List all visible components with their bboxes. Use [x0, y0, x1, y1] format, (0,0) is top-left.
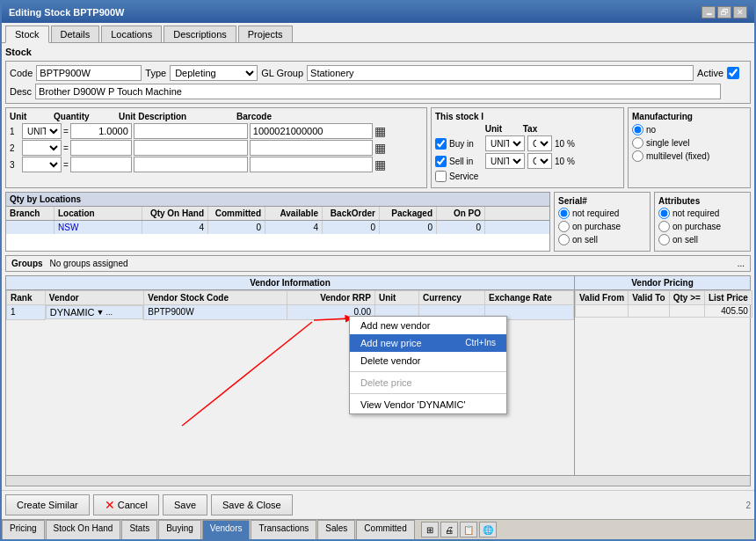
- tab-projects[interactable]: Projects: [238, 26, 293, 42]
- sell-in-checkbox[interactable]: [435, 156, 447, 167]
- context-add-vendor-label: Add new vendor: [360, 320, 431, 331]
- btab-pricing[interactable]: Pricing: [2, 520, 45, 539]
- btab-transactions[interactable]: Transactions: [251, 520, 316, 539]
- qty-input-1[interactable]: [70, 123, 132, 139]
- cancel-button[interactable]: ✕ Cancel: [93, 494, 159, 515]
- stock-code-row: Code Type Depleting GL Group Active: [10, 65, 746, 81]
- mfg-multi-label: multilevel (fixed): [646, 151, 709, 161]
- barcode-input-3[interactable]: [250, 157, 373, 172]
- create-similar-button[interactable]: Create Similar: [5, 494, 90, 515]
- desc-input-3[interactable]: [134, 157, 248, 172]
- btab-stats[interactable]: Stats: [121, 520, 157, 539]
- btab-stock-on-hand[interactable]: Stock On Hand: [46, 520, 121, 539]
- barcode-icon-2[interactable]: ▦: [374, 141, 386, 155]
- btab-vendors[interactable]: Vendors: [202, 520, 251, 539]
- unit-select-1[interactable]: UNIT: [22, 123, 62, 139]
- maximize-button[interactable]: 🗗: [717, 6, 731, 18]
- btab-icon-4[interactable]: 🌐: [479, 522, 497, 537]
- sell-in-tax-pct: 10 %: [555, 157, 575, 166]
- title-bar-buttons: 🗕 🗗 ✕: [701, 6, 747, 18]
- stock-section-label: Stock: [5, 47, 32, 57]
- pricing-table-row[interactable]: 405.50: [576, 305, 752, 318]
- this-stock-panel: This stock I Unit Tax Buy in UNIT G 10 %…: [431, 107, 624, 188]
- mfg-single-radio[interactable]: [632, 137, 643, 149]
- vendor-dropdown-arrow[interactable]: ▼: [97, 308, 105, 317]
- serial-not-required-label: not required: [572, 208, 619, 218]
- qty-locations-title: Qty by Locations: [6, 193, 549, 207]
- tab-stock[interactable]: Stock: [5, 26, 49, 43]
- page-indicator: 2: [296, 501, 751, 510]
- attrs-not-required-label: not required: [672, 208, 719, 218]
- groups-dots[interactable]: ...: [738, 259, 745, 268]
- td-location: NSW: [55, 221, 142, 234]
- serial-not-required-radio[interactable]: [558, 208, 570, 219]
- barcode-icon-3[interactable]: ▦: [374, 157, 386, 172]
- btab-committed[interactable]: Committed: [356, 520, 414, 539]
- upper-section: Unit Quantity Unit Description Barcode 1…: [5, 107, 751, 188]
- qty-input-2[interactable]: [70, 140, 132, 156]
- th-committed: Committed: [208, 207, 265, 220]
- context-delete-vendor[interactable]: Delete vendor: [350, 352, 506, 369]
- buy-in-checkbox[interactable]: [435, 138, 447, 150]
- serial-on-sell-radio[interactable]: [558, 234, 570, 245]
- gl-group-input[interactable]: [307, 65, 694, 81]
- content-area: Stock Code Type Depleting GL Group Activ…: [2, 43, 754, 490]
- buy-in-tax-select[interactable]: G: [527, 135, 552, 151]
- btab-icon-1[interactable]: ⊞: [421, 522, 439, 537]
- attrs-not-required-radio[interactable]: [658, 208, 670, 219]
- qty-locations-panel: Qty by Locations Branch Location Qty On …: [5, 192, 550, 252]
- barcode-input-1[interactable]: [250, 123, 373, 139]
- active-checkbox[interactable]: [727, 67, 739, 79]
- mfg-no-row: no: [632, 124, 746, 135]
- context-add-price[interactable]: Add new price Ctrl+Ins: [350, 334, 506, 352]
- serial-panel: Serial# not required on purchase on sell: [554, 192, 651, 252]
- mfg-multi-radio[interactable]: [632, 150, 643, 162]
- service-checkbox[interactable]: [435, 171, 447, 182]
- barcode-input-2[interactable]: [250, 140, 373, 156]
- desc-input-2[interactable]: [134, 140, 248, 156]
- th-exchange-rate: Exchange Rate: [485, 291, 574, 305]
- qty-table-row[interactable]: NSW 4 0 4 0 0 0: [6, 221, 549, 234]
- type-select[interactable]: Depleting: [170, 65, 258, 81]
- save-close-button[interactable]: Save & Close: [211, 494, 293, 515]
- desc-input[interactable]: [35, 84, 721, 99]
- tab-locations[interactable]: Locations: [101, 26, 162, 42]
- close-button[interactable]: ✕: [733, 6, 747, 18]
- sell-in-unit-select[interactable]: UNIT: [485, 153, 525, 169]
- desc-input-1[interactable]: [134, 123, 248, 139]
- btab-buying[interactable]: Buying: [158, 520, 201, 539]
- qty-serial-section: Qty by Locations Branch Location Qty On …: [5, 192, 751, 252]
- attrs-on-sell-radio[interactable]: [658, 234, 670, 245]
- vendor-dots[interactable]: ...: [105, 308, 113, 317]
- unit-select-2[interactable]: [22, 140, 62, 156]
- horizontal-scrollbar[interactable]: [6, 475, 750, 486]
- td-branch: [6, 221, 55, 234]
- serial-on-sell-row: on sell: [558, 234, 646, 245]
- btab-icon-2[interactable]: 🖨: [440, 522, 458, 537]
- td-packaged: 0: [380, 221, 437, 234]
- code-input[interactable]: [36, 65, 142, 81]
- context-add-vendor[interactable]: Add new vendor: [350, 317, 506, 334]
- this-stock-label: This stock I: [435, 112, 620, 121]
- minimize-button[interactable]: 🗕: [701, 6, 716, 18]
- th-on-po: On PO: [437, 207, 485, 220]
- groups-bar: Groups No groups assigned ...: [5, 255, 751, 272]
- btab-icon-3[interactable]: 📋: [460, 522, 477, 537]
- unit-col-label: Unit: [474, 124, 513, 134]
- qty-input-3[interactable]: [70, 157, 132, 172]
- serial-on-purchase-label: on purchase: [572, 222, 621, 231]
- context-separator: [350, 371, 506, 372]
- mfg-no-radio[interactable]: [632, 124, 643, 135]
- tab-details[interactable]: Details: [51, 26, 100, 42]
- measure-section: Unit Quantity Unit Description Barcode 1…: [5, 107, 427, 188]
- save-button[interactable]: Save: [163, 494, 207, 515]
- btab-sales[interactable]: Sales: [317, 520, 355, 539]
- buy-in-unit-select[interactable]: UNIT: [485, 135, 525, 151]
- barcode-icon-1[interactable]: ▦: [374, 124, 386, 138]
- unit-select-3[interactable]: [22, 157, 62, 172]
- serial-on-purchase-radio[interactable]: [558, 221, 570, 232]
- tab-descriptions[interactable]: Descriptions: [164, 26, 236, 42]
- attrs-on-purchase-radio[interactable]: [658, 221, 670, 232]
- sell-in-tax-select[interactable]: G: [527, 153, 552, 169]
- context-view-vendor[interactable]: View Vendor 'DYNAMIC': [350, 396, 506, 413]
